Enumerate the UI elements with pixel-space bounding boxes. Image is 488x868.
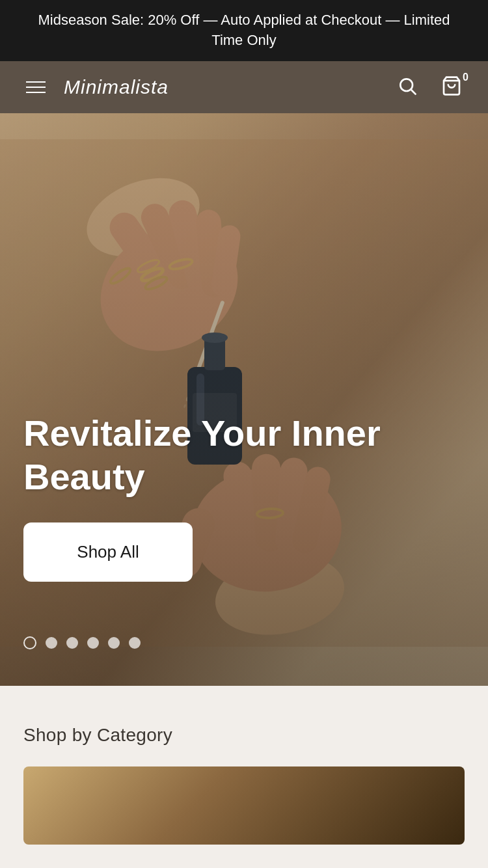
carousel-dot-2[interactable] <box>66 637 78 649</box>
header-left: Minimalista <box>23 76 169 98</box>
search-icon <box>397 75 418 96</box>
header: Minimalista 0 <box>0 61 488 113</box>
category-card-featured[interactable] <box>23 766 465 845</box>
carousel-dot-4[interactable] <box>108 637 120 649</box>
carousel-dot-5[interactable] <box>129 637 141 649</box>
announcement-bar: Midseason Sale: 20% Off — Auto Applied a… <box>0 0 488 61</box>
svg-point-0 <box>400 79 413 91</box>
hamburger-icon <box>26 81 46 93</box>
cart-icon <box>441 75 462 96</box>
search-button[interactable] <box>394 73 420 101</box>
hero-overlay <box>0 113 488 686</box>
logo: Minimalista <box>64 76 169 98</box>
cart-button[interactable]: 0 <box>439 73 465 101</box>
carousel-dots <box>23 636 141 649</box>
header-right: 0 <box>394 73 465 101</box>
shop-by-category-title: Shop by Category <box>23 725 465 746</box>
announcement-text: Midseason Sale: 20% Off — Auto Applied a… <box>38 12 450 48</box>
below-hero-section: Shop by Category <box>0 686 488 845</box>
carousel-dot-0[interactable] <box>23 636 36 649</box>
menu-button[interactable] <box>23 79 48 96</box>
cart-count: 0 <box>463 72 468 83</box>
svg-line-1 <box>411 90 416 94</box>
hero-content: Revitalize Your Inner Beauty Shop All <box>23 411 465 581</box>
carousel-dot-1[interactable] <box>46 637 57 649</box>
shop-all-button[interactable]: Shop All <box>23 522 193 582</box>
hero-title: Revitalize Your Inner Beauty <box>23 411 465 498</box>
carousel-dot-3[interactable] <box>87 637 99 649</box>
hero-section: Revitalize Your Inner Beauty Shop All <box>0 113 488 686</box>
